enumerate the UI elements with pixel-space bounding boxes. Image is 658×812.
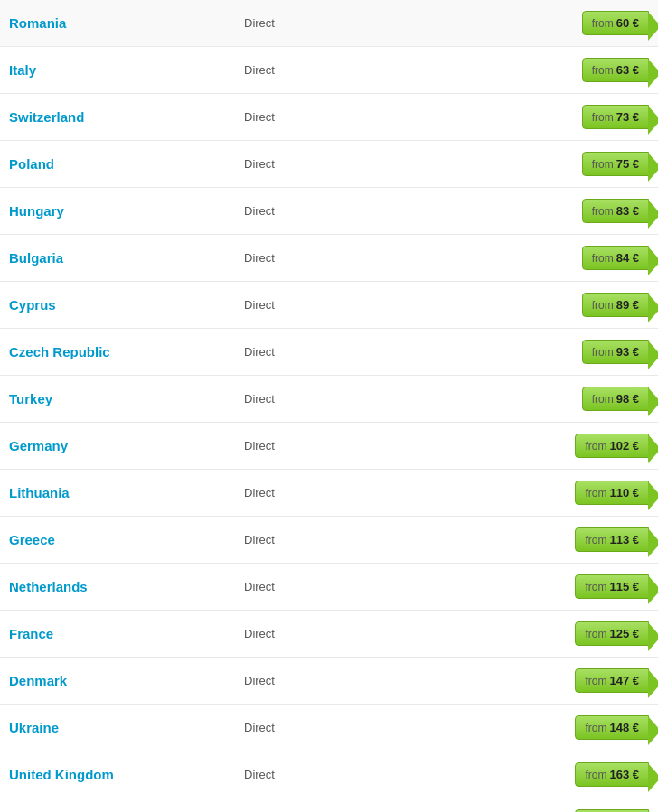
from-label: from <box>585 534 606 546</box>
country-name[interactable]: Greece <box>9 532 244 547</box>
from-label: from <box>585 487 606 499</box>
from-label: from <box>592 346 614 359</box>
country-name[interactable]: Netherlands <box>9 579 244 594</box>
table-row: Turkey Direct from 98 € <box>0 376 658 423</box>
price-button-wrap: from 93 € <box>522 340 649 364</box>
price-button[interactable]: from 113 € <box>575 527 649 552</box>
table-row: Czech Republic Direct from 93 € <box>0 329 658 376</box>
country-name[interactable]: Switzerland <box>9 109 244 125</box>
price-value: 89 € <box>616 298 639 312</box>
price-button-wrap: from 113 € <box>522 527 649 552</box>
price-button[interactable]: from 147 € <box>575 668 649 693</box>
from-label: from <box>585 440 606 453</box>
price-button-wrap: from 110 € <box>522 481 649 505</box>
from-label: from <box>592 64 614 77</box>
price-value: 98 € <box>616 392 639 406</box>
flight-type: Direct <box>244 392 522 406</box>
country-name[interactable]: Lithuania <box>9 485 244 500</box>
price-button-wrap: from 147 € <box>522 668 649 693</box>
price-value: 75 € <box>616 157 639 171</box>
price-button-wrap: from 83 € <box>522 199 649 223</box>
price-value: 113 € <box>609 533 639 546</box>
price-button[interactable]: from 98 € <box>582 387 649 411</box>
price-button[interactable]: from 93 € <box>582 340 649 364</box>
price-button[interactable]: from 63 € <box>582 58 649 82</box>
price-value: 115 € <box>609 580 639 593</box>
price-button[interactable]: from 60 € <box>582 11 649 35</box>
country-name[interactable]: Ukraine <box>9 720 244 735</box>
price-value: 73 € <box>616 110 639 124</box>
price-button[interactable]: from 148 € <box>575 715 649 740</box>
price-value: 84 € <box>616 251 639 265</box>
price-button-wrap: from 125 € <box>522 621 649 646</box>
price-button[interactable]: from 115 € <box>575 574 649 599</box>
flight-type: Direct <box>244 63 522 77</box>
price-button-wrap: from 84 € <box>522 246 649 270</box>
country-name[interactable]: Italy <box>9 62 244 78</box>
price-button-wrap: from 75 € <box>522 152 649 176</box>
price-button-wrap: from 89 € <box>522 293 649 317</box>
country-name[interactable]: Cyprus <box>9 297 244 313</box>
country-name[interactable]: Hungary <box>9 203 244 219</box>
flight-type: Direct <box>244 16 522 30</box>
price-value: 125 € <box>609 627 639 640</box>
table-row: Romania Direct from 60 € <box>0 0 658 47</box>
price-button[interactable]: from 163 € <box>575 762 649 787</box>
table-row: Germany Direct from 102 € <box>0 423 658 470</box>
table-row: Bulgaria Direct from 84 € <box>0 235 658 282</box>
price-button-wrap: from 102 € <box>522 434 649 458</box>
table-row: Greece Direct from 113 € <box>0 517 658 564</box>
price-button-wrap: from 148 € <box>522 715 649 740</box>
from-label: from <box>592 252 614 265</box>
price-value: 63 € <box>616 63 639 77</box>
country-name[interactable]: Germany <box>9 438 244 453</box>
from-label: from <box>585 769 606 781</box>
price-button-wrap: from 60 € <box>522 11 649 35</box>
price-value: 147 € <box>609 674 639 687</box>
table-row: United Kingdom Direct from 163 € <box>0 751 658 798</box>
flight-type: Direct <box>244 533 522 546</box>
country-name[interactable]: Bulgaria <box>9 250 244 266</box>
country-name[interactable]: Poland <box>9 156 244 172</box>
price-value: 93 € <box>616 345 639 359</box>
table-row: Poland Direct from 75 € <box>0 141 658 188</box>
price-value: 60 € <box>616 16 639 30</box>
table-row: Italy Direct from 63 € <box>0 47 658 94</box>
from-label: from <box>592 158 614 171</box>
price-button[interactable]: from 110 € <box>575 481 649 505</box>
flight-type: Direct <box>244 204 522 218</box>
table-row: France Direct from 125 € <box>0 611 658 658</box>
table-row: Cyprus Direct from 89 € <box>0 282 658 329</box>
price-button[interactable]: from 73 € <box>582 105 649 129</box>
country-name[interactable]: France <box>9 626 244 641</box>
country-name[interactable]: United Kingdom <box>9 767 244 782</box>
country-name[interactable]: Czech Republic <box>9 344 244 359</box>
flight-type: Direct <box>244 439 522 453</box>
price-value: 83 € <box>616 204 639 218</box>
flight-type: Direct <box>244 721 522 734</box>
table-row: Hungary Direct from 83 € <box>0 188 658 235</box>
from-label: from <box>585 675 606 687</box>
country-name[interactable]: Denmark <box>9 673 244 688</box>
price-button[interactable]: from 75 € <box>582 152 649 176</box>
price-value: 163 € <box>609 768 639 781</box>
flight-type: Direct <box>244 580 522 593</box>
price-button[interactable]: from 83 € <box>582 199 649 223</box>
flight-type: Direct <box>244 298 522 312</box>
flight-type: Direct <box>244 674 522 687</box>
price-button[interactable]: from 89 € <box>582 293 649 317</box>
price-button[interactable]: from 84 € <box>582 246 649 270</box>
table-row: Switzerland Direct from 73 € <box>0 94 658 141</box>
flight-type: Direct <box>244 251 522 265</box>
country-name[interactable]: Romania <box>9 15 244 31</box>
country-name[interactable]: Turkey <box>9 391 244 406</box>
from-label: from <box>585 722 606 734</box>
price-button[interactable]: from 125 € <box>575 621 649 646</box>
price-button-wrap: from 115 € <box>522 574 649 599</box>
table-row: Sweden Direct from 167 € <box>0 798 658 812</box>
price-button-wrap: from 73 € <box>522 105 649 129</box>
price-value: 110 € <box>609 486 639 499</box>
price-value: 102 € <box>609 439 639 453</box>
price-button[interactable]: from 102 € <box>575 434 649 458</box>
from-label: from <box>585 628 606 640</box>
